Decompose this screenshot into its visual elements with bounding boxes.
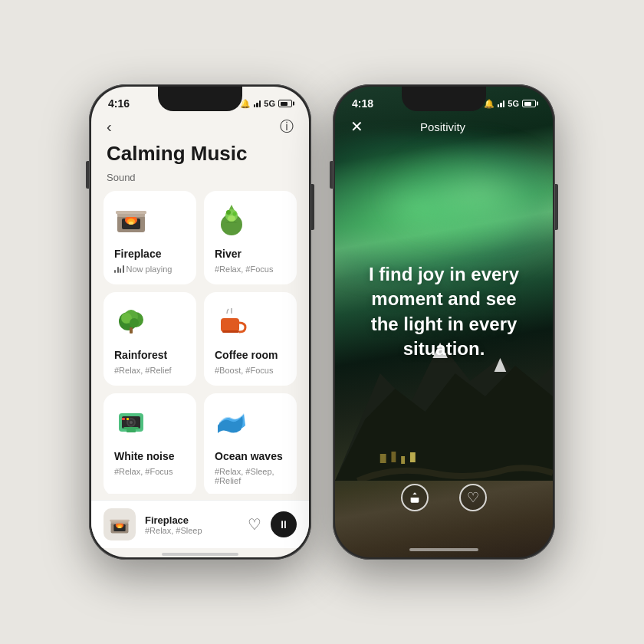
heart-button[interactable]: ♡ (248, 515, 261, 534)
svg-rect-28 (122, 418, 125, 420)
phone2-nav: ✕ Positivity (335, 114, 553, 142)
phones-container: 4:16 🔔 5G (89, 84, 555, 560)
whitenoise-tags: #Relax, #Focus (114, 467, 186, 476)
bar-4 (123, 265, 124, 273)
ocean-name: Ocean waves (215, 450, 286, 462)
svg-point-10 (228, 215, 235, 222)
sound-card-ocean[interactable]: Ocean waves #Relax, #Sleep, #Relief (204, 393, 297, 494)
pause-button[interactable]: ⏸ (271, 511, 297, 537)
close-button[interactable]: ✕ (350, 117, 363, 136)
affirmation-text: I find joy in every moment and see the l… (335, 262, 553, 362)
signal-bar-1 (254, 104, 256, 107)
rainforest-tags: #Relax, #Relief (114, 366, 186, 375)
svg-rect-24 (127, 429, 136, 432)
sounds-grid: Fireplace Now playing (91, 191, 309, 494)
svg-point-27 (130, 421, 133, 424)
fireplace-name: Fireplace (114, 248, 186, 260)
bar-2 (117, 267, 119, 273)
nav-bar-1: ‹ ⓘ (91, 114, 309, 142)
back-button[interactable]: ‹ (107, 118, 112, 136)
svg-rect-42 (391, 452, 396, 462)
share-button[interactable] (401, 484, 429, 511)
status-icons-2: 🔔 5G (484, 99, 536, 109)
status-icons-1: 🔔 5G (240, 99, 292, 109)
battery-icon-1 (278, 100, 292, 107)
fireplace-status: Now playing (114, 264, 186, 274)
svg-rect-44 (410, 452, 416, 462)
player-name: Fireplace (145, 514, 238, 526)
ocean-icon (215, 404, 286, 442)
player-info: Fireplace #Relax, #Sleep (145, 514, 238, 535)
signal-bar-2a (498, 104, 500, 107)
network-type-2: 5G (508, 99, 519, 108)
playing-bars (114, 265, 124, 273)
battery-fill-2 (524, 102, 531, 106)
rainforest-name: Rainforest (114, 349, 186, 361)
home-indicator-2 (409, 548, 478, 551)
pause-icon: ⏸ (278, 518, 289, 531)
coffee-name: Coffee room (215, 349, 286, 361)
bar-3 (120, 268, 121, 273)
bell-icon-2: 🔔 (484, 99, 495, 109)
player-controls: ♡ ⏸ (248, 511, 297, 537)
time-2: 4:18 (352, 97, 373, 110)
svg-point-17 (130, 318, 139, 327)
svg-rect-6 (116, 211, 146, 214)
signal-bar-2 (256, 103, 258, 107)
svg-rect-29 (127, 418, 129, 420)
rainforest-icon (114, 303, 186, 341)
river-tags: #Relax, #Focus (215, 264, 286, 274)
time-1: 4:16 (108, 97, 130, 110)
river-icon (215, 202, 286, 240)
network-type-1: 5G (264, 99, 275, 108)
heart-button-2[interactable]: ♡ (459, 484, 487, 511)
svg-point-34 (118, 527, 121, 529)
ocean-tags: #Relax, #Sleep, #Relief (215, 467, 286, 485)
whitenoise-name: White noise (114, 450, 186, 462)
svg-point-12 (233, 212, 237, 216)
section-label: Sound (91, 170, 309, 191)
svg-rect-41 (380, 454, 386, 463)
fireplace-icon (114, 202, 186, 240)
player-thumbnail (104, 508, 136, 540)
sound-card-whitenoise[interactable]: White noise #Relax, #Focus (104, 393, 196, 494)
svg-rect-19 (221, 318, 239, 332)
phone-1: 4:16 🔔 5G (89, 84, 311, 560)
bar-1 (114, 270, 116, 273)
battery-fill-1 (281, 102, 288, 106)
notch-1 (158, 87, 242, 111)
sound-card-river[interactable]: River #Relax, #Focus (204, 191, 297, 284)
svg-rect-20 (222, 330, 239, 333)
sound-card-coffee[interactable]: Coffee room #Boost, #Focus (204, 292, 297, 386)
coffee-tags: #Boost, #Focus (215, 366, 286, 375)
svg-point-11 (226, 210, 231, 215)
category-label: Positivity (420, 120, 465, 133)
signal-icon-2 (498, 100, 505, 107)
svg-rect-43 (401, 456, 405, 464)
sound-card-rainforest[interactable]: Rainforest #Relax, #Relief (104, 292, 196, 386)
sound-card-fireplace[interactable]: Fireplace Now playing (104, 191, 196, 284)
info-button[interactable]: ⓘ (280, 117, 294, 136)
signal-icon-1 (254, 100, 261, 107)
now-playing-label: Now playing (127, 264, 172, 274)
phone1-screen: 4:16 🔔 5G (91, 87, 309, 557)
svg-rect-23 (123, 427, 139, 429)
river-name: River (215, 248, 286, 260)
player-tags: #Relax, #Sleep (145, 526, 238, 535)
page-title: Calming Music (91, 142, 309, 170)
signal-bar-2c (503, 100, 505, 107)
battery-body-2 (522, 100, 536, 107)
home-indicator-1 (162, 553, 238, 556)
battery-icon-2 (522, 100, 536, 107)
phone2-screen: 4:18 🔔 5G (335, 87, 553, 557)
svg-rect-36 (110, 520, 129, 522)
svg-rect-18 (130, 327, 133, 334)
coffee-icon (215, 303, 286, 341)
status-bar-2: 4:18 🔔 5G (335, 87, 553, 114)
svg-point-4 (129, 222, 133, 225)
phone-2: 4:18 🔔 5G (333, 84, 555, 560)
signal-bar-2b (500, 103, 502, 107)
battery-body-1 (278, 100, 292, 107)
player-bar: Fireplace #Relax, #Sleep ♡ ⏸ (91, 500, 309, 548)
bottom-icons: ♡ (335, 484, 553, 511)
